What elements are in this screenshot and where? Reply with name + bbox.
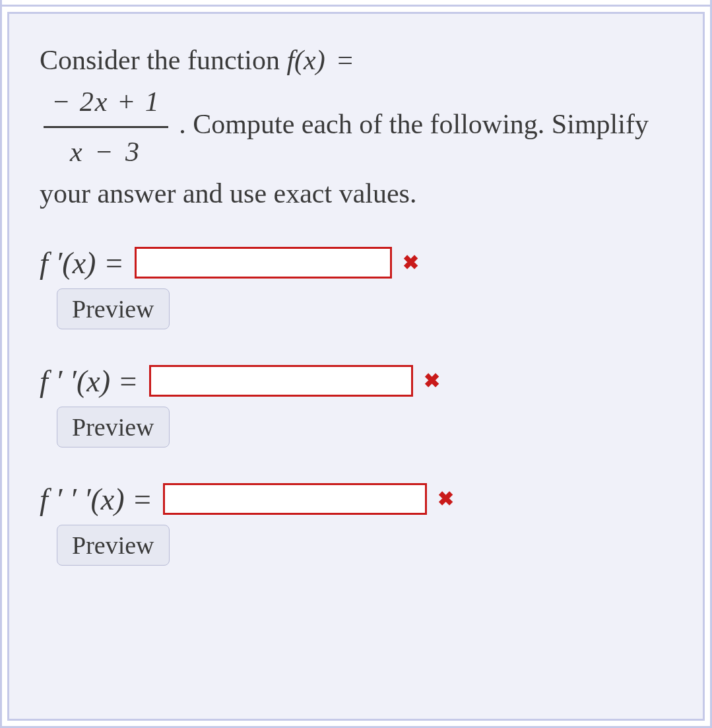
question-panel: Consider the function f(x) = − 2x + 1 x …: [7, 12, 705, 721]
preview-row-3: Preview: [40, 525, 676, 566]
function-fraction: − 2x + 1 x − 3: [44, 81, 168, 174]
incorrect-icon: ✖: [437, 489, 454, 509]
preview-row-1: Preview: [40, 288, 676, 329]
equals-sign: =: [332, 45, 358, 75]
answer-input-f3prime[interactable]: [163, 483, 427, 515]
preview-button-1[interactable]: Preview: [57, 288, 170, 329]
preview-button-3[interactable]: Preview: [57, 525, 170, 566]
answer-input-fprime[interactable]: [135, 247, 392, 279]
function-lhs: f(x): [286, 45, 325, 75]
preview-button-2[interactable]: Preview: [57, 407, 170, 447]
incorrect-icon: ✖: [403, 253, 419, 273]
answer-label-f3prime: f ′ ′ ′(x) =: [40, 482, 152, 517]
preview-row-2: Preview: [40, 407, 676, 447]
answer-label-f2prime: f ′ ′(x) =: [40, 364, 139, 399]
top-divider: [2, 0, 710, 7]
outer-frame: Consider the function f(x) = − 2x + 1 x …: [0, 0, 712, 728]
fraction-denominator: x − 3: [44, 128, 168, 174]
answer-row-1: f ′(x) = ✖: [40, 246, 676, 281]
answer-label-fprime: f ′(x) =: [40, 246, 124, 281]
answer-row-2: f ′ ′(x) = ✖: [40, 364, 676, 399]
fraction-numerator: − 2x + 1: [44, 81, 168, 128]
answer-input-f2prime[interactable]: [149, 365, 413, 397]
prompt-text-1: Consider the function: [40, 45, 286, 75]
answer-row-3: f ′ ′ ′(x) = ✖: [40, 482, 676, 517]
incorrect-icon: ✖: [424, 371, 440, 391]
question-prompt: Consider the function f(x) = − 2x + 1 x …: [40, 40, 676, 214]
